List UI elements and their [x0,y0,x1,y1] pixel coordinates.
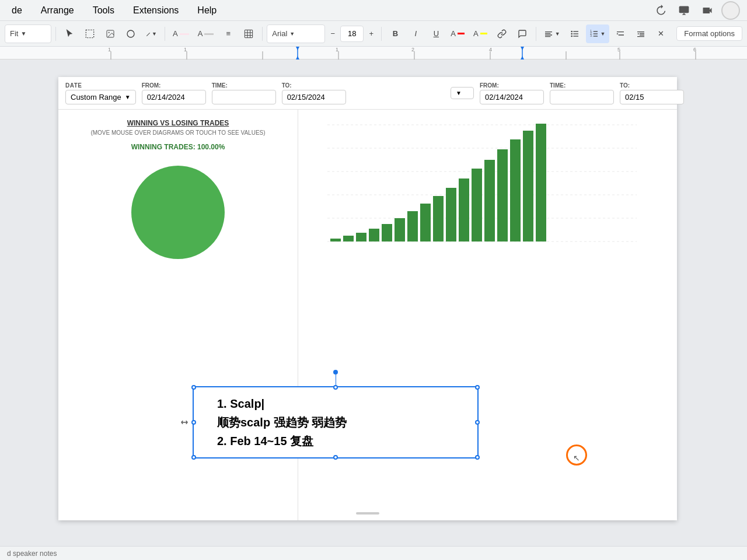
clear-format-button[interactable]: ✕ [652,24,671,43]
chart-panel-left: WINNING VS LOSING TRADES (MOVE MOUSE OVE… [58,110,298,520]
menu-bar: de Arrange Tools Extensions Help [0,0,747,21]
menu-extensions[interactable]: Extensions [128,3,183,18]
text-box[interactable]: 1. Scalp| 顺势scalp 强趋势 弱趋势 2. Feb 14~15 复… [193,386,479,459]
to-date-input-left[interactable]: 02/15/2024 [282,90,346,104]
zoom-chevron-icon: ▼ [20,30,26,37]
to-label-left: TO: [282,82,346,89]
handle-mid-left[interactable] [191,420,196,425]
svg-point-14 [571,35,573,37]
slide-canvas: DATE Custom Range ▼ FROM: 02/14/2024 TIM… [58,77,677,520]
date-range-dropdown[interactable]: Custom Range ▼ [65,90,136,104]
menu-de[interactable]: de [7,3,27,18]
text-line-1: 1. Scalp| [217,394,468,413]
camera-icon[interactable] [698,1,717,20]
svg-rect-19 [593,33,597,34]
to-field-left: TO: 02/15/2024 [282,82,346,104]
indent-increase-button[interactable] [631,24,650,43]
avatar[interactable] [721,1,740,20]
font-color-button[interactable]: A [447,24,468,43]
move-tool-button[interactable] [81,24,99,43]
italic-button[interactable]: I [406,24,425,43]
handle-bot-left[interactable] [191,455,196,460]
text-line-2: 顺势scalp 强趋势 弱趋势 [217,413,468,432]
text-box-container[interactable]: 1. Scalp| 顺势scalp 强趋势 弱趋势 2. Feb 14~15 复… [193,386,479,459]
history-icon[interactable] [651,1,670,20]
svg-rect-67 [523,131,533,242]
time-label-right: TIME: [550,82,614,89]
svg-text:4: 4 [489,47,492,52]
table-button[interactable] [239,24,258,43]
font-size-decrease-button[interactable]: − [327,24,338,43]
svg-rect-64 [484,160,495,242]
move-handle-left[interactable] [179,416,190,428]
present-icon[interactable] [675,1,693,20]
ruler-svg: 1 1 1 2 4 5 6 [0,47,747,60]
link-button[interactable] [493,24,511,43]
line-button[interactable]: – ▼ [142,24,160,43]
from-date-input-left[interactable]: 02/14/2024 [142,90,206,104]
fill-color-button[interactable]: A [169,24,193,43]
time-label-left: TIME: [212,82,276,89]
select-tool-button[interactable] [60,24,79,43]
to-field-right: TO: 02/15 [620,82,684,104]
handle-top-left[interactable] [191,385,196,390]
menu-arrange[interactable]: Arrange [36,3,79,18]
font-family-label: Arial [272,29,287,38]
align-left-button[interactable]: ≡ [219,24,238,43]
handle-bot-center[interactable] [333,455,338,460]
svg-rect-5 [245,30,253,37]
bullet-list-button[interactable] [566,24,584,43]
winning-trades-label: WINNING TRADES: 100.00% [63,143,293,151]
svg-marker-29 [296,47,299,50]
number-list-button[interactable]: 1.2.3. ▼ [586,24,609,43]
svg-rect-61 [446,188,456,242]
font-size-increase-button[interactable]: + [365,24,377,43]
menu-help[interactable]: Help [193,3,221,18]
border-color-button[interactable]: A [194,24,218,43]
underline-button[interactable]: U [427,24,445,43]
svg-rect-63 [472,169,482,242]
from-date-input-right[interactable]: 02/14/2024 [480,90,544,104]
highlight-button[interactable]: A [470,24,491,43]
text-box-content: 1. Scalp| 顺势scalp 强趋势 弱趋势 2. Feb 14~15 复… [217,394,468,450]
svg-point-10 [571,30,573,32]
handle-mid-right[interactable] [475,420,480,425]
svg-rect-17 [593,31,597,32]
handle-bot-right[interactable] [475,455,480,460]
to-label-right: TO: [620,82,684,89]
speaker-notes-label[interactable]: d speaker notes [7,550,57,558]
chart-title: WINNING VS LOSING TRADES [63,119,293,127]
indent-decrease-button[interactable] [611,24,630,43]
svg-rect-62 [459,178,469,242]
svg-point-4 [127,30,134,37]
svg-rect-15 [573,36,578,36]
menu-tools[interactable]: Tools [88,3,119,18]
time-input-right[interactable] [550,90,614,104]
right-dropdown-chevron-icon: ▼ [456,90,462,96]
dropdown-chevron-icon: ▼ [125,94,131,100]
rotate-handle[interactable] [333,370,338,374]
font-family-select[interactable]: Arial ▼ [267,24,325,43]
to-date-input-right[interactable]: 02/15 [620,90,684,104]
handle-top-center[interactable] [333,385,338,390]
image-insert-button[interactable] [101,24,120,43]
shape-button[interactable] [121,24,140,43]
svg-rect-52 [330,239,341,242]
svg-text:1: 1 [108,47,111,52]
rotation-line [336,374,336,386]
format-options-button[interactable]: Format options [676,26,742,41]
handle-top-right[interactable] [475,385,480,390]
right-dropdown[interactable]: ▼ [451,87,474,99]
date-filter-left: DATE Custom Range ▼ FROM: 02/14/2024 TIM… [58,77,444,110]
zoom-select[interactable]: Fit ▼ [5,24,51,43]
svg-rect-59 [420,204,431,242]
text-align-button[interactable]: ▼ [540,24,564,43]
second-toolbar: Fit ▼ – ▼ A A ≡ [0,21,747,47]
comment-button[interactable] [513,24,532,43]
svg-point-3 [109,32,110,33]
top-icons [651,1,740,20]
font-size-input[interactable]: 18 [340,26,364,42]
time-input-left[interactable] [212,90,276,104]
svg-rect-13 [573,33,578,34]
bold-button[interactable]: B [386,24,404,43]
